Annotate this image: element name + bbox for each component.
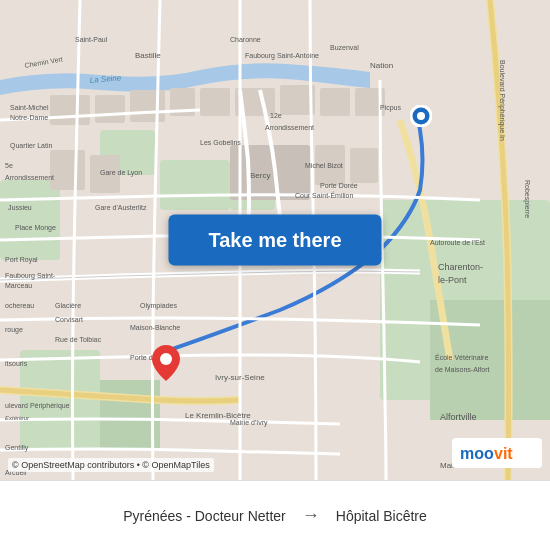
svg-text:Rue de Tolbiac: Rue de Tolbiac	[55, 336, 102, 343]
svg-text:Nation: Nation	[370, 61, 393, 70]
svg-text:Picpus: Picpus	[380, 104, 402, 112]
svg-text:Bercy: Bercy	[250, 171, 270, 180]
svg-text:5e: 5e	[5, 162, 13, 169]
svg-text:Gentilly: Gentilly	[5, 444, 29, 452]
take-me-there-button[interactable]: Take me there	[168, 215, 381, 266]
svg-text:Maison-Blanche: Maison-Blanche	[130, 324, 180, 331]
svg-text:12e: 12e	[270, 112, 282, 119]
svg-text:le-Pont: le-Pont	[438, 275, 467, 285]
svg-rect-16	[320, 88, 350, 116]
svg-text:Extérieur: Extérieur	[5, 415, 30, 421]
svg-rect-7	[20, 350, 100, 450]
bottom-bar: Pyrénées - Docteur Netter → Hôpital Bicê…	[0, 480, 550, 550]
svg-text:Port Royal: Port Royal	[5, 256, 38, 264]
svg-text:Charenton-: Charenton-	[438, 262, 483, 272]
svg-text:moo: moo	[460, 445, 494, 462]
svg-text:Les Gobelins: Les Gobelins	[200, 139, 241, 146]
origin-marker	[152, 345, 180, 385]
svg-text:Faubourg Saint-Antoine: Faubourg Saint-Antoine	[245, 52, 319, 60]
svg-text:Porte Dorée: Porte Dorée	[320, 182, 358, 189]
svg-text:École Vétérinaire: École Vétérinaire	[435, 353, 488, 361]
svg-text:ulevard Périphérique: ulevard Périphérique	[5, 402, 70, 410]
svg-text:Saint-Michel: Saint-Michel	[10, 104, 49, 111]
svg-rect-11	[130, 90, 165, 122]
svg-text:Boulevard Périphérique In: Boulevard Périphérique In	[498, 60, 506, 141]
svg-rect-18	[50, 150, 85, 190]
svg-text:de Maisons-Alfort: de Maisons-Alfort	[435, 366, 490, 373]
svg-rect-8	[100, 380, 160, 450]
svg-text:ochereau: ochereau	[5, 302, 34, 309]
svg-text:itsouris: itsouris	[5, 360, 28, 367]
svg-rect-23	[350, 148, 378, 183]
destination-station-label: Hôpital Bicêtre	[336, 508, 427, 524]
svg-text:Place Monge: Place Monge	[15, 224, 56, 232]
app: Bercy	[0, 0, 550, 550]
svg-point-81	[417, 112, 425, 120]
svg-rect-3	[0, 180, 60, 260]
svg-text:Glacière: Glacière	[55, 302, 81, 309]
svg-rect-10	[95, 95, 125, 123]
svg-point-79	[160, 353, 172, 365]
map-attribution: © OpenStreetMap contributors • © OpenMap…	[8, 458, 214, 472]
svg-text:Mairie d'Ivry: Mairie d'Ivry	[230, 419, 268, 427]
svg-text:Olympiades: Olympiades	[140, 302, 177, 310]
map-container: Bercy	[0, 0, 550, 480]
svg-text:Notre-Dame: Notre-Dame	[10, 114, 48, 121]
svg-text:Charonne: Charonne	[230, 36, 261, 43]
origin-station-label: Pyrénées - Docteur Netter	[123, 508, 286, 524]
svg-text:Gare de Lyon: Gare de Lyon	[100, 169, 142, 177]
svg-text:Corvisart: Corvisart	[55, 316, 83, 323]
svg-rect-9	[50, 95, 90, 125]
svg-text:Michel Bizot: Michel Bizot	[305, 162, 343, 169]
svg-rect-5	[160, 160, 230, 210]
svg-text:Faubourg Saint-: Faubourg Saint-	[5, 272, 56, 280]
svg-text:Marceau: Marceau	[5, 282, 32, 289]
svg-text:Alfortville: Alfortville	[440, 412, 477, 422]
svg-text:Arrondissement: Arrondissement	[265, 124, 314, 131]
svg-text:Robespierre: Robespierre	[523, 180, 531, 218]
svg-text:Quartier Latin: Quartier Latin	[10, 142, 53, 150]
svg-rect-13	[200, 88, 230, 116]
svg-text:Autoroute de l'Est: Autoroute de l'Est	[430, 239, 485, 246]
svg-text:Saint-Paul: Saint-Paul	[75, 36, 108, 43]
svg-text:Cour Saint-Émilion: Cour Saint-Émilion	[295, 191, 353, 199]
svg-text:vit: vit	[494, 445, 513, 462]
destination-marker	[410, 105, 432, 131]
svg-text:Arrondissement: Arrondissement	[5, 174, 54, 181]
svg-text:Bastille: Bastille	[135, 51, 161, 60]
svg-text:Ivry-sur-Seine: Ivry-sur-Seine	[215, 373, 265, 382]
svg-text:Buzenval: Buzenval	[330, 44, 359, 51]
svg-text:rouge: rouge	[5, 326, 23, 334]
moovit-logo: moo vit	[452, 438, 542, 472]
svg-text:Jussieu: Jussieu	[8, 204, 32, 211]
route-arrow-icon: →	[302, 505, 320, 526]
svg-text:Gare d'Austerlitz: Gare d'Austerlitz	[95, 204, 147, 211]
